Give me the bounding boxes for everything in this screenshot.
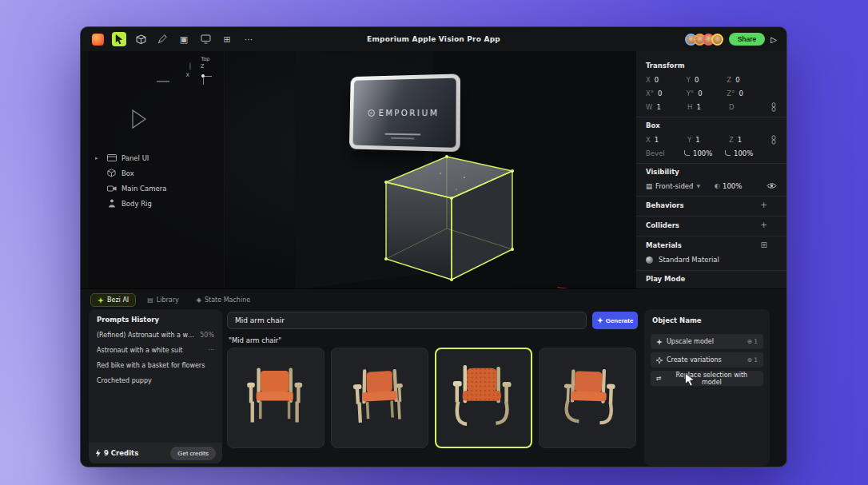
bevel-icon	[684, 150, 690, 156]
position-x-field[interactable]: 0	[655, 76, 659, 84]
emporium-screen-object[interactable]: EMPORIUM	[349, 74, 460, 152]
hierarchy-item-panel-ui[interactable]: ▸ Panel UI	[89, 150, 223, 165]
lightning-icon	[95, 449, 101, 458]
bevel-field-2[interactable]: 100%	[734, 149, 753, 157]
chair-result-2[interactable]	[331, 348, 428, 448]
get-credits-button[interactable]: Get credits	[170, 447, 216, 460]
link-dimensions-icon[interactable]	[770, 102, 777, 112]
bevel-row: Bevel 100% 100%	[636, 146, 787, 160]
material-sphere-icon	[646, 256, 653, 264]
box-section-header: Box	[636, 117, 787, 133]
add-behavior-button[interactable]: +	[761, 201, 767, 209]
material-item[interactable]: Standard Material	[636, 252, 787, 267]
upscale-model-button[interactable]: Upscale model ⊕ 1	[651, 334, 763, 349]
display-tool-button[interactable]	[198, 32, 213, 46]
opacity-field[interactable]: 100%	[723, 182, 742, 190]
box-z-field[interactable]: 1	[738, 136, 742, 144]
bottom-panel: Bezi AI ▤ Library ◈ State Machine Prompt…	[81, 288, 787, 467]
add-tool-button[interactable]: ⊞	[220, 32, 234, 46]
tool-strip: ▣ ⊞ ···	[90, 32, 256, 46]
generate-button[interactable]: Generate	[592, 312, 638, 329]
sparkle-plus-icon	[656, 357, 663, 364]
position-y-field[interactable]: 0	[695, 76, 699, 84]
tab-library[interactable]: ▤ Library	[141, 294, 185, 306]
prompt-history-item[interactable]: Crocheted puppy	[89, 373, 222, 388]
chevron-down-icon: ▼	[696, 183, 700, 189]
chair-thumbnail	[339, 356, 420, 440]
height-field[interactable]: 1	[696, 103, 700, 111]
materials-section-header: Materials ⊞	[636, 237, 787, 252]
app-window: ▣ ⊞ ··· Emporium Apple Vision Pro App Sh…	[80, 26, 787, 467]
sided-icon: ▤	[646, 182, 652, 190]
credits-bar: 9 Credits Get credits	[89, 443, 222, 463]
tab-state-machine[interactable]: ◈ State Machine	[190, 294, 257, 306]
results-label: "Mid arm chair"	[229, 336, 281, 344]
prompt-input[interactable]	[227, 312, 587, 329]
object-actions-panel: Object Name Upscale model ⊕ 1 Create var…	[644, 309, 770, 466]
avatar[interactable]	[711, 34, 723, 46]
sparkle-icon	[98, 297, 104, 304]
select-tool-button[interactable]	[112, 32, 126, 46]
chair-result-1[interactable]	[227, 348, 325, 448]
pen-tool-button[interactable]	[155, 32, 169, 46]
box-x-field[interactable]: 1	[655, 136, 659, 144]
rotation-z-field[interactable]: 0	[739, 89, 743, 97]
credit-cost-badge: ⊕ 1	[747, 356, 758, 364]
panel-icon	[106, 154, 117, 161]
cube-icon	[136, 34, 146, 45]
more-tools-button[interactable]: ···	[241, 32, 256, 46]
app-logo-icon[interactable]	[90, 32, 105, 46]
viewport-3d[interactable]: EMPORIUM	[89, 51, 636, 288]
materials-grid-icon[interactable]: ⊞	[761, 241, 767, 249]
hierarchy-item-body-rig[interactable]: Body Rig	[89, 196, 223, 211]
width-field[interactable]: 1	[656, 103, 660, 111]
chair-result-4[interactable]	[539, 348, 636, 448]
position-z-field[interactable]: 0	[735, 76, 739, 84]
behaviors-section-header: Behaviors +	[636, 197, 787, 213]
create-variations-button[interactable]: Create variations ⊕ 1	[651, 352, 763, 368]
prompts-history-title: Prompts History	[89, 309, 222, 328]
prompt-menu-icon[interactable]: ···	[208, 347, 214, 354]
sided-mode-select[interactable]: ▤ Front-sided ▼	[646, 182, 715, 190]
prompt-history-item[interactable]: Astronaut with a white suit ···	[89, 343, 222, 358]
orientation-gizmo[interactable]: Top X Z	[189, 56, 221, 96]
colliders-section-header: Colliders +	[636, 217, 787, 233]
eye-icon[interactable]	[766, 182, 777, 189]
hierarchy-item-main-camera[interactable]: Main Camera	[89, 181, 223, 196]
disclosure-caret-icon[interactable]: ▸	[95, 155, 102, 161]
share-button[interactable]: Share	[729, 33, 766, 46]
scene-panel: Top X Z ▸ Panel UI	[89, 51, 225, 288]
cursor-icon	[114, 34, 124, 45]
chair-result-3-selected[interactable]	[435, 348, 532, 448]
cube-icon	[106, 169, 117, 177]
camera-icon	[106, 185, 117, 192]
rotation-x-field[interactable]: 0	[658, 89, 662, 97]
person-icon	[106, 199, 117, 208]
box-dimensions-row: X1 Y1 Z1	[636, 133, 787, 146]
prompt-history-item[interactable]: Red bike with a basket for flowers	[89, 358, 222, 373]
selected-box-object[interactable]	[368, 145, 528, 288]
prompt-history-item[interactable]: (Refined) Astronaut with a white… 50%	[89, 328, 222, 343]
swap-icon: ⇄	[656, 375, 662, 382]
shape-tool-button[interactable]	[133, 32, 148, 46]
replace-selection-button[interactable]: ⇄ Replace selection with model	[651, 371, 763, 386]
bevel-field-1[interactable]: 100%	[693, 149, 725, 157]
transform-section-header: Transform	[636, 58, 787, 73]
camera-frustum-icon	[130, 109, 148, 133]
play-button[interactable]: ▷	[770, 35, 777, 44]
box-y-field[interactable]: 1	[695, 136, 699, 144]
rotation-y-field[interactable]: 0	[698, 89, 702, 97]
tab-bezi-ai[interactable]: Bezi AI	[90, 293, 136, 307]
link-dimensions-icon[interactable]	[770, 135, 777, 145]
add-collider-button[interactable]: +	[761, 221, 767, 229]
sparkle-icon	[597, 317, 603, 324]
frame-tool-button[interactable]: ▣	[177, 32, 191, 46]
hierarchy-item-box[interactable]: Box	[89, 165, 223, 181]
credits-count: 9 Credits	[104, 449, 138, 457]
ruler-mark	[157, 81, 169, 82]
collaborator-avatars	[685, 34, 723, 46]
ellipsis-icon: ···	[245, 34, 253, 45]
sparkle-icon	[656, 339, 663, 345]
screen-subtext-line	[385, 133, 421, 136]
chair-thumbnail	[547, 356, 627, 439]
